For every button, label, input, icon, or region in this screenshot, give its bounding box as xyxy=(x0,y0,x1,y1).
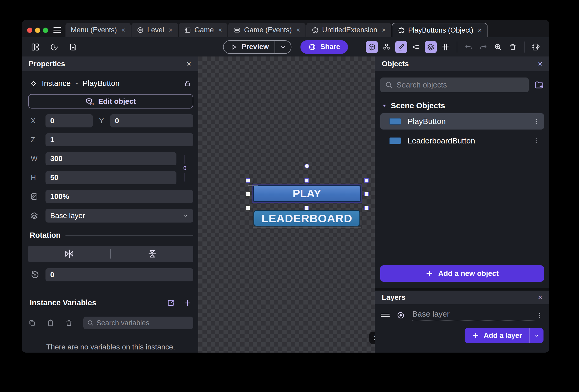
layer-name-field[interactable]: Base layer xyxy=(412,310,536,321)
toggle-panels-icon[interactable] xyxy=(29,41,41,53)
tab-bar: Menu (Events) × Level × Game × Game (Eve… xyxy=(65,23,549,37)
resize-handle-middle-right[interactable] xyxy=(364,192,369,196)
main-menu-icon[interactable] xyxy=(53,27,61,33)
tab-untitled-extension[interactable]: UntitledExtension × xyxy=(306,23,391,37)
object-groups-icon[interactable] xyxy=(380,41,393,53)
rotate-handle[interactable] xyxy=(304,164,309,168)
layer-select[interactable]: Base layer xyxy=(45,209,193,223)
instances-list-icon[interactable] xyxy=(410,41,422,53)
resize-handle-middle-left[interactable] xyxy=(246,192,250,196)
scene-objects-group-row[interactable]: Scene Objects xyxy=(380,101,544,110)
close-layers-icon[interactable]: × xyxy=(538,293,542,302)
grid-icon[interactable] xyxy=(439,41,451,53)
tab-close-icon[interactable]: × xyxy=(218,26,222,34)
add-new-object-label: Add a new object xyxy=(438,269,499,278)
add-layer-options-dropdown[interactable] xyxy=(529,328,544,343)
flip-vertical-button[interactable] xyxy=(111,249,193,259)
object-menu-icon[interactable] xyxy=(532,118,540,125)
size-rows: W H xyxy=(28,146,193,184)
save-icon[interactable] xyxy=(67,41,79,53)
playbutton-instance[interactable]: PLAY xyxy=(253,185,361,202)
object-name: LeaderboardButton xyxy=(408,136,475,145)
svg-text:2D: 2D xyxy=(90,103,94,106)
properties-panel: Properties × Instance - PlayButton 2D Ed… xyxy=(22,56,198,353)
resize-handle-bottom-center[interactable] xyxy=(304,206,309,210)
objects-panel-toggle-icon[interactable] xyxy=(366,41,378,53)
collapse-triangle-icon[interactable] xyxy=(382,103,387,108)
tab-label: Level xyxy=(147,26,164,34)
zoom-window-button[interactable] xyxy=(43,28,48,33)
resize-handle-top-right[interactable] xyxy=(364,178,369,183)
instance-variables-actions xyxy=(167,299,192,307)
drag-handle-icon[interactable] xyxy=(381,314,390,317)
layer-row: Base layer xyxy=(28,209,193,223)
rotation-angle-input[interactable] xyxy=(45,268,193,281)
redo-icon[interactable] xyxy=(477,41,489,53)
history-icon[interactable] xyxy=(48,41,60,53)
cursor-coordinates-badge: 223;-138 xyxy=(369,332,375,344)
delete-icon[interactable] xyxy=(507,41,519,53)
preview-button[interactable]: Preview xyxy=(223,40,291,54)
rotate-icon xyxy=(28,270,45,280)
instance-label: Instance xyxy=(42,79,71,88)
search-objects-input[interactable] xyxy=(397,81,524,89)
tab-menu-events[interactable]: Menu (Events) × xyxy=(65,23,131,37)
height-input[interactable] xyxy=(45,171,176,184)
resize-handle-top-left[interactable] xyxy=(246,178,250,183)
no-variables-message: There are no variables on this instance. xyxy=(28,342,193,353)
add-layer-button[interactable]: Add a layer xyxy=(465,328,529,343)
tab-level[interactable]: Level × xyxy=(131,23,178,37)
tab-close-icon[interactable]: × xyxy=(296,26,300,34)
layer-row-base[interactable]: Base layer xyxy=(381,308,544,323)
close-objects-icon[interactable]: × xyxy=(538,59,542,68)
resize-handle-bottom-right[interactable] xyxy=(364,206,369,210)
layer-visibility-icon[interactable] xyxy=(397,311,405,319)
width-input[interactable] xyxy=(45,152,176,165)
instance-variables-title: Instance Variables xyxy=(30,298,96,307)
objects-empty-space xyxy=(380,149,544,265)
tab-game-events[interactable]: Game (Events) × xyxy=(228,23,306,37)
leaderboardbutton-instance[interactable]: LEADERBOARD xyxy=(253,210,360,226)
close-properties-icon[interactable]: × xyxy=(186,59,191,68)
paste-icon[interactable] xyxy=(47,319,54,327)
resize-handle-top-center[interactable] xyxy=(304,178,309,183)
add-new-object-button[interactable]: Add a new object xyxy=(380,265,544,282)
open-in-dialog-icon[interactable] xyxy=(167,299,175,307)
copy-icon[interactable] xyxy=(28,319,36,327)
preview-options-dropdown[interactable] xyxy=(275,41,291,53)
tab-close-icon[interactable]: × xyxy=(121,26,125,34)
tab-playbuttons-object[interactable]: PlayButtons (Object) × xyxy=(392,23,487,37)
unlock-icon[interactable] xyxy=(184,80,191,87)
undo-icon[interactable] xyxy=(463,41,475,53)
tab-close-icon[interactable]: × xyxy=(478,26,482,34)
tab-close-icon[interactable]: × xyxy=(169,26,172,34)
object-row-playbutton[interactable]: PlayButton xyxy=(380,113,544,130)
y-input[interactable] xyxy=(110,114,193,127)
resize-handle-bottom-left[interactable] xyxy=(246,206,250,210)
flip-horizontal-button[interactable] xyxy=(28,249,110,259)
minimize-window-button[interactable] xyxy=(35,28,40,33)
layer-menu-icon[interactable] xyxy=(536,312,544,319)
tab-close-icon[interactable]: × xyxy=(382,26,386,34)
object-menu-icon[interactable] xyxy=(532,137,540,145)
edit-object-button[interactable]: 2D Edit object xyxy=(28,94,193,109)
x-input[interactable] xyxy=(45,114,93,127)
close-window-button[interactable] xyxy=(27,28,32,33)
layers-panel-toggle-icon[interactable] xyxy=(425,41,437,53)
cube-2d-icon: 2D xyxy=(85,97,94,106)
search-variables-input[interactable] xyxy=(96,319,190,327)
edit-scene-properties-icon[interactable] xyxy=(530,41,542,53)
opacity-input[interactable] xyxy=(45,190,193,203)
share-button[interactable]: Share xyxy=(301,40,348,54)
z-input[interactable] xyxy=(45,133,193,146)
tab-game[interactable]: Game × xyxy=(179,23,228,37)
zoom-in-icon[interactable] xyxy=(492,41,504,53)
add-folder-icon[interactable] xyxy=(534,80,544,90)
object-row-leaderboardbutton[interactable]: LeaderboardButton xyxy=(380,133,544,149)
add-variable-icon[interactable] xyxy=(183,299,192,307)
lock-aspect-ratio-toggle[interactable] xyxy=(176,152,193,184)
properties-panel-toggle-icon[interactable] xyxy=(395,41,407,53)
trash-icon[interactable] xyxy=(65,319,73,327)
events-sheet-icon xyxy=(233,27,241,34)
scene-canvas[interactable]: PLAY LEADERBOARD 223;-138 xyxy=(198,56,375,353)
